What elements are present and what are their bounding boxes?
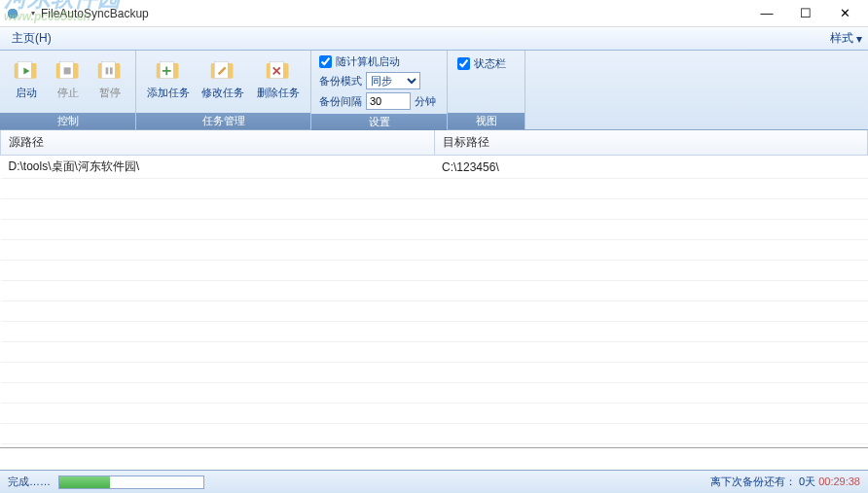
next-days: 0天 xyxy=(799,475,815,487)
col-target[interactable]: 目标路径 xyxy=(434,130,868,156)
interval-unit: 分钟 xyxy=(415,94,436,109)
folder-play-icon xyxy=(13,56,40,84)
table-row: .. xyxy=(1,363,868,383)
window-title: FileAutoSyncBackup xyxy=(41,7,149,20)
folder-add-icon xyxy=(155,56,182,84)
interval-input[interactable] xyxy=(366,92,411,110)
progress-bar xyxy=(58,475,204,489)
autostart-label: 随计算机启动 xyxy=(336,54,400,69)
start-label: 启动 xyxy=(16,86,37,100)
table-row: .. xyxy=(1,424,868,444)
status-next-backup: 离下次备份还有： 0天 00:29:38 xyxy=(710,475,860,489)
svg-rect-9 xyxy=(110,67,113,74)
mode-label: 备份模式 xyxy=(319,74,362,88)
minimize-button[interactable]: — xyxy=(747,3,786,24)
ribbon-group-control: 启动 停止 暂停 控制 xyxy=(0,51,136,129)
table-row: .. xyxy=(1,199,868,220)
table-row: .. xyxy=(1,342,868,363)
window-controls: — ☐ ✕ xyxy=(747,3,864,24)
table-row: .. xyxy=(1,383,868,404)
chevron-down-icon: ▾ xyxy=(856,32,862,46)
next-label: 离下次备份还有： xyxy=(710,475,796,487)
status-text: 完成…… xyxy=(8,475,51,489)
folder-pause-icon xyxy=(96,56,124,84)
menu-home[interactable]: 主页(H) xyxy=(6,28,57,49)
stop-label: 停止 xyxy=(57,86,79,100)
app-icon xyxy=(4,5,21,22)
titlebar: ▾ FileAutoSyncBackup — ☐ ✕ xyxy=(0,0,868,27)
table-row: .. xyxy=(1,220,868,240)
folder-edit-icon xyxy=(209,56,236,84)
statusbar: 完成…… 离下次备份还有： 0天 00:29:38 xyxy=(0,470,868,493)
table-row: .. xyxy=(1,261,868,281)
table-row: .. xyxy=(1,301,868,322)
qat-dropdown-icon[interactable]: ▾ xyxy=(31,9,35,18)
statusbar-label: 状态栏 xyxy=(474,56,506,71)
next-time: 00:29:38 xyxy=(818,475,860,487)
task-table-area: 源路径 目标路径 D:\tools\桌面\河东软件园\C:\123456\...… xyxy=(0,130,868,448)
mode-select[interactable]: 同步 xyxy=(366,72,420,89)
pause-button[interactable]: 暂停 xyxy=(90,53,129,103)
delete-task-button[interactable]: 删除任务 xyxy=(252,53,305,103)
cell-source: D:\tools\桌面\河东软件园\ xyxy=(1,156,435,179)
menu-style[interactable]: 样式 ▾ xyxy=(830,30,862,47)
col-source[interactable]: 源路径 xyxy=(1,130,435,156)
group-label-view: 视图 xyxy=(448,113,524,129)
group-label-control: 控制 xyxy=(0,113,135,129)
cell-target: C:\123456\ xyxy=(434,156,868,179)
ribbon-group-view: 状态栏 视图 xyxy=(448,51,525,129)
statusbar-checkbox[interactable] xyxy=(457,57,470,70)
ribbon: 启动 停止 暂停 控制 添加任务 修改任务 xyxy=(0,51,868,130)
ribbon-group-task: 添加任务 修改任务 删除任务 任务管理 xyxy=(136,51,311,129)
ribbon-group-settings: 随计算机启动 备份模式 同步 备份间隔 分钟 设置 xyxy=(311,51,448,129)
folder-delete-icon xyxy=(265,56,292,84)
table-row: .. xyxy=(1,240,868,261)
stop-button[interactable]: 停止 xyxy=(48,53,88,103)
close-button[interactable]: ✕ xyxy=(825,3,864,24)
pause-label: 暂停 xyxy=(99,86,121,100)
table-row: .. xyxy=(1,322,868,342)
group-label-settings: 设置 xyxy=(311,114,447,130)
add-task-button[interactable]: 添加任务 xyxy=(142,53,195,103)
group-label-task: 任务管理 xyxy=(136,113,310,129)
table-row: .. xyxy=(1,281,868,301)
edit-task-button[interactable]: 修改任务 xyxy=(197,53,249,103)
svg-rect-8 xyxy=(105,67,108,74)
menubar: 主页(H) 样式 ▾ xyxy=(0,27,868,51)
table-row: .. xyxy=(1,444,868,449)
table-row: .. xyxy=(1,404,868,424)
table-row[interactable]: D:\tools\桌面\河东软件园\C:\123456\ xyxy=(1,156,868,179)
menu-style-label: 样式 xyxy=(830,30,853,47)
task-table: 源路径 目标路径 D:\tools\桌面\河东软件园\C:\123456\...… xyxy=(0,130,868,448)
start-button[interactable]: 启动 xyxy=(6,53,46,103)
folder-stop-icon xyxy=(54,56,82,84)
add-task-label: 添加任务 xyxy=(147,86,190,100)
svg-rect-5 xyxy=(63,67,70,74)
progress-fill xyxy=(59,476,110,488)
table-row: .. xyxy=(1,179,868,199)
autostart-checkbox[interactable] xyxy=(319,55,332,68)
maximize-button[interactable]: ☐ xyxy=(786,3,825,24)
delete-task-label: 删除任务 xyxy=(257,86,300,100)
interval-label: 备份间隔 xyxy=(319,94,362,109)
statusbar-checkbox-row[interactable]: 状态栏 xyxy=(457,56,515,71)
edit-task-label: 修改任务 xyxy=(201,86,244,100)
autostart-checkbox-row[interactable]: 随计算机启动 xyxy=(319,54,439,69)
